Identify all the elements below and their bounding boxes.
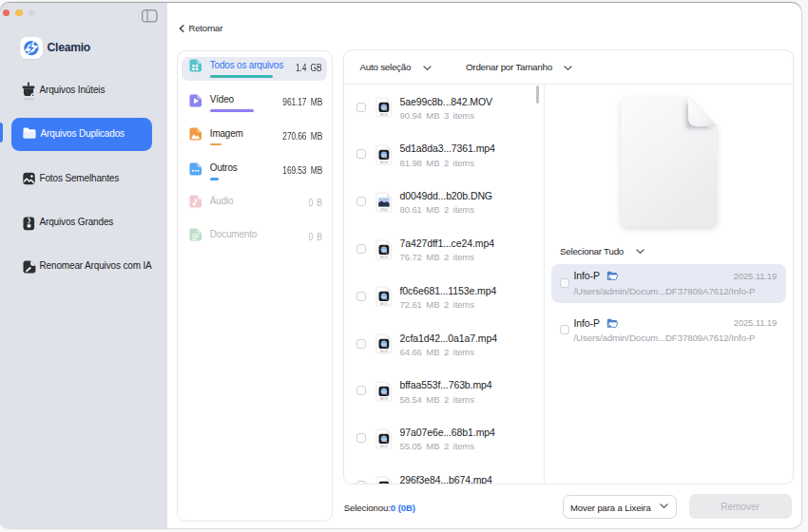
svg-text:MOV: MOV — [380, 302, 389, 306]
svg-text:MOV: MOV — [380, 255, 389, 258]
svg-text:MOV: MOV — [380, 161, 389, 164]
svg-text:DNG: DNG — [380, 207, 388, 211]
svg-text:MOV: MOV — [380, 397, 389, 401]
svg-text:MOV: MOV — [380, 350, 389, 353]
svg-text:MOV: MOV — [380, 444, 389, 447]
svg-text:MOV: MOV — [380, 113, 389, 117]
